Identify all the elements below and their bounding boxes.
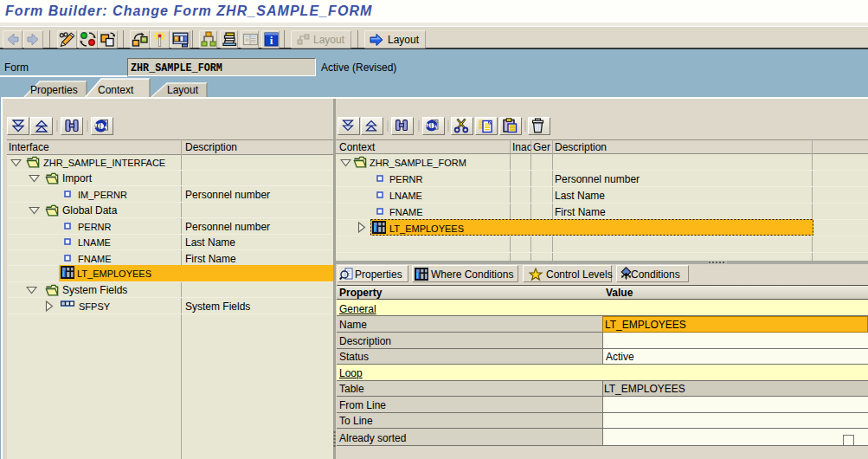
svg-text:i: i <box>270 34 273 47</box>
